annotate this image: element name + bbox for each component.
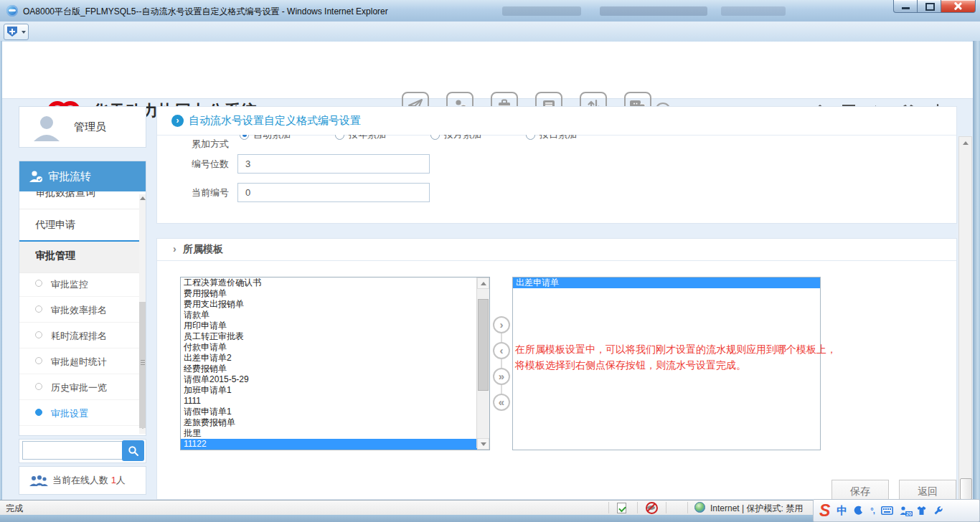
transfer-button[interactable]: » xyxy=(493,368,510,385)
keyboard-icon[interactable] xyxy=(881,506,893,515)
minimize-icon xyxy=(902,7,910,9)
template-list-item[interactable]: 加班申请单1 xyxy=(181,385,489,396)
online-count-value: 1 xyxy=(111,475,116,485)
list-scrollbar-down-button[interactable] xyxy=(477,438,489,450)
sidebar-subitem[interactable]: 审批监控 xyxy=(19,271,140,297)
punctuation-icon[interactable]: °, xyxy=(870,506,874,515)
current-number-input[interactable] xyxy=(237,183,430,202)
sidebar-subitem-label: 审批监控 xyxy=(51,279,88,290)
transfer-button[interactable]: « xyxy=(493,394,510,411)
minimize-button[interactable] xyxy=(893,0,918,13)
close-icon xyxy=(953,2,962,10)
template-list-item[interactable]: 经费报销单 xyxy=(181,364,489,374)
transfer-button[interactable]: ‹ xyxy=(493,342,510,359)
accumulate-radio-option[interactable]: 按日累加 xyxy=(526,135,621,144)
page-title: 自动流水号设置自定义格式编号设置 xyxy=(189,107,361,134)
title-arrow-icon: › xyxy=(171,115,184,127)
ime-lang-icon[interactable]: 中 xyxy=(837,504,847,518)
maximize-button[interactable] xyxy=(917,0,942,13)
back-button[interactable]: 返回 xyxy=(899,480,956,500)
accumulate-radio-option[interactable]: 自动累加 xyxy=(240,135,335,144)
sidebar-subitem[interactable]: 审批效率排名 xyxy=(19,297,140,323)
app-header: 华天动力协同办公系统 快捷方式 个人办公 工作中心 xyxy=(2,42,973,99)
tutorial-note-line1: 在所属模板设置中，可以将我们刚才设置的流水规则应用到哪个模板上， xyxy=(515,343,837,356)
bullet-icon xyxy=(35,305,42,313)
main-scrollbar[interactable] xyxy=(958,136,972,500)
radio-icon xyxy=(240,135,249,140)
search-icon xyxy=(128,445,139,457)
user-name: 管理员 xyxy=(74,107,106,147)
template-section-header: › 所属模板 xyxy=(157,239,956,261)
selected-template-items: 出差申请单 xyxy=(513,277,820,288)
background-window-blur xyxy=(600,6,707,16)
template-list-item[interactable]: 用印申请单 xyxy=(181,321,489,331)
list-scrollbar-thumb[interactable] xyxy=(478,299,489,391)
shield-plus-icon xyxy=(7,27,17,37)
sidebar-item-proxy-apply[interactable]: 代理申请 xyxy=(19,209,140,241)
user-card: 管理员 xyxy=(19,106,146,148)
search-button[interactable] xyxy=(122,440,144,461)
template-list-item[interactable]: 出差申请单 xyxy=(513,277,820,288)
radio-icon xyxy=(430,135,440,140)
bullet-icon xyxy=(35,383,42,390)
template-list-item[interactable]: 费用支出报销单 xyxy=(181,299,489,310)
scrollbar-down-icon xyxy=(481,442,486,446)
radio-icon xyxy=(526,135,535,140)
sidebar-submenu: 审批监控 审批效率排名 耗时流程排名 审批超时统计 历史审批一览 审批设置 xyxy=(19,271,140,426)
template-list-item[interactable]: 出差申请单2 xyxy=(181,353,489,364)
add-tab-shield-button[interactable] xyxy=(4,24,29,40)
serial-settings-form: 累加方式 自动累加 按年累加 按月累加 按日累加 编号位数 xyxy=(157,135,956,224)
sidebar-item-approval-manage[interactable]: 审批管理 xyxy=(19,240,140,273)
template-list-item[interactable]: 请假单2015-5-29 xyxy=(181,374,489,385)
template-list-item[interactable]: 请假申请单1 xyxy=(181,407,489,417)
template-list-item[interactable]: 1111 xyxy=(181,396,489,407)
sidebar-subitem-label: 审批设置 xyxy=(51,408,88,419)
accumulate-radio-group: 自动累加 按年累加 按月累加 按日累加 xyxy=(157,135,956,144)
radio-label: 自动累加 xyxy=(253,135,291,141)
sidebar-subitem[interactable]: 审批设置 xyxy=(19,400,140,426)
radio-label: 按年累加 xyxy=(349,135,386,141)
moon-icon[interactable] xyxy=(854,506,864,516)
template-list-item[interactable]: 差旅费报销单 xyxy=(181,417,489,428)
current-number-label: 当前编号 xyxy=(157,183,229,202)
sidebar-item-approval-data-query[interactable]: 审批数据查询 xyxy=(19,191,140,209)
search-card xyxy=(19,439,146,463)
scrollbar-up-icon[interactable] xyxy=(963,141,969,145)
section-title: 所属模板 xyxy=(183,239,223,260)
accumulate-radio-option[interactable]: 按月累加 xyxy=(430,135,526,144)
sidebar-subitem[interactable]: 审批超时统计 xyxy=(19,348,140,374)
user-count-icon[interactable]: 20 xyxy=(900,506,910,516)
scrollbar-up-icon[interactable] xyxy=(140,196,146,200)
sidebar-subitem[interactable]: 历史审批一览 xyxy=(19,374,140,400)
list-scrollbar-up-button[interactable] xyxy=(477,277,489,289)
template-list-item[interactable]: 11122 xyxy=(181,439,489,450)
template-list-item[interactable]: 付款申请单 xyxy=(181,342,489,353)
sogou-logo-icon[interactable]: S xyxy=(819,500,830,521)
template-list-item[interactable]: 请款单 xyxy=(181,310,489,321)
template-list-item[interactable]: 工程决算造价确认书 xyxy=(181,277,489,288)
available-template-items: 工程决算造价确认书费用报销单费用支出报销单请款单用印申请单员工转正审批表付款申请… xyxy=(181,277,489,450)
sidebar-scrollbar-thumb[interactable] xyxy=(139,302,146,428)
template-list-item[interactable]: 批里 xyxy=(181,428,489,439)
globe-icon xyxy=(694,502,705,513)
ie-icon xyxy=(6,5,18,16)
bullet-icon xyxy=(35,280,42,287)
close-button[interactable] xyxy=(941,0,976,13)
sidebar-subitem[interactable]: 耗时流程排名 xyxy=(19,323,140,348)
sidebar-module-approval[interactable]: 审批流转 xyxy=(19,161,146,191)
digits-input[interactable] xyxy=(237,154,430,174)
sidebar-search-input[interactable] xyxy=(22,441,127,460)
transfer-button[interactable]: › xyxy=(493,316,510,333)
accumulate-radio-option[interactable]: 按年累加 xyxy=(335,135,430,144)
page-title-row: › 自动流水号设置自定义格式编号设置 xyxy=(157,107,956,136)
main-scrollbar-thumb[interactable] xyxy=(960,478,972,500)
template-list-item[interactable]: 员工转正审批表 xyxy=(181,331,489,342)
wrench-icon[interactable] xyxy=(933,506,943,516)
template-list-item[interactable]: 费用报销单 xyxy=(181,288,489,299)
bullet-icon xyxy=(35,357,42,364)
sidebar-subitem-label: 审批效率排名 xyxy=(51,305,107,315)
sidebar-module-label: 审批流转 xyxy=(48,170,91,182)
skin-tshirt-icon[interactable] xyxy=(916,506,927,516)
digits-row: 编号位数 xyxy=(157,154,956,174)
save-button[interactable]: 保存 xyxy=(831,480,889,500)
